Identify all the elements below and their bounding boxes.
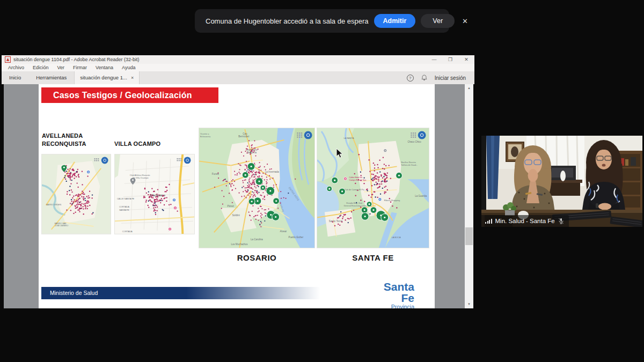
map-watermark-icon [184,157,191,164]
logo-provincia: Provincia [371,304,414,308]
close-button[interactable]: ✕ [458,55,474,64]
logo-santa-fe: Santa Fe [371,281,414,304]
vertical-scrollbar[interactable]: ▲ ▼ [465,84,473,308]
svg-text:Soldini: Soldini [232,214,239,217]
map-watermark-icon [101,157,108,164]
shared-screen: situación dengue 1104.pdf - Adobe Acroba… [0,51,478,308]
scrollbar-thumb[interactable] [465,227,473,245]
label-avellaneda-reconquista: AVELLANEDA RECONQUISTA [42,132,86,148]
svg-text:Basílica Nuestra: Basílica Nuestra [401,161,416,164]
webcam-tile[interactable]: Min. Salud - Santa Fe [481,136,642,227]
map-watermark-icon [418,131,426,139]
svg-text:Pérez: Pérez [228,205,235,208]
menu-edición[interactable]: Edición [28,65,53,70]
svg-text:La Invernada: La Invernada [265,171,279,173]
caption-santa-fe: SANTA FE [317,253,429,262]
zoom-meeting-stage: Comuna de Hugentobler accedió a la sala … [0,0,644,362]
view-button[interactable]: Ver [421,14,455,28]
tab-herramientas[interactable]: Herramientas [28,71,74,84]
svg-text:LA BOCA: LA BOCA [392,236,401,239]
pdf-page: Casos Testigos / Geolocalización AVELLAN… [39,84,435,308]
document-area: Casos Testigos / Geolocalización AVELLAN… [4,84,473,308]
svg-text:Los Muchachos: Los Muchachos [231,243,248,246]
webcam-video [481,136,642,227]
menu-ventana[interactable]: Ventana [91,65,118,70]
map-avellaneda-reconquista: BARRIO VIRGENBARRIO SANJOSÉ OBRERO [41,154,111,234]
bell-icon[interactable] [421,75,427,81]
window-controls: —❐✕ [426,55,474,64]
caption-rosario: ROSARIO [199,253,315,262]
svg-text:Pueblo Esther: Pueblo Esther [288,236,303,239]
svg-text:Santo Tomé: Santo Tomé [329,220,343,223]
svg-text:La Guardia: La Guardia [415,195,427,197]
map-watermark-icon [304,131,312,139]
svg-text:Alvear: Alvear [280,230,287,233]
svg-text:CALLE SANTA FE: CALLE SANTA FE [117,197,135,200]
menu-firmar[interactable]: Firmar [69,65,91,70]
svg-text:Echeverría: Echeverría [200,135,211,138]
svg-text:General Estanislao López: General Estanislao López [344,205,367,207]
map-santa-fe: LA RANITAChaco ChicoBasílica NuestraSeño… [317,128,429,248]
map-rosario: Vicente aEcheverríaCap.BermúdezGranadero… [199,128,315,248]
svg-text:Campo Resort Spa: Campo Resort Spa [349,179,367,181]
acrobat-pdf-icon [5,56,11,63]
svg-text:La Carolina: La Carolina [251,238,263,241]
svg-text:Bermúdez: Bermúdez [238,135,249,138]
map-villa-ocampo: Club Atlético Huracánde Villa OcampoVill… [114,154,195,234]
menu-ver[interactable]: Ver [53,65,69,70]
tab-bar-right: ? Iniciar sesión [407,71,474,84]
map-grid-icon [411,132,416,138]
svg-text:SANTA FE: SANTA FE [119,209,129,211]
sign-in-button[interactable]: Iniciar sesión [435,75,466,81]
svg-text:Club de Campo El Pa...: Club de Campo El Pa... [344,188,366,191]
svg-text:Chaco Chico: Chaco Chico [407,141,421,143]
svg-text:CORTADA: CORTADA [122,230,133,233]
scroll-up-icon[interactable]: ▲ [465,84,473,92]
window-title: situación dengue 1104.pdf - Adobe Acroba… [13,57,140,62]
tab-close-icon[interactable]: × [131,71,134,84]
santa-fe-provincia-logo: Santa Fe Provincia [371,281,414,308]
notification-message: Comuna de Hugentobler accedió a la sala … [206,17,369,25]
participant-name-label: Min. Salud - Santa Fe [481,215,569,227]
menu-ayuda[interactable]: Ayuda [118,65,140,70]
acrobat-title-bar: situación dengue 1104.pdf - Adobe Acroba… [2,55,474,64]
svg-text:de Villa Ocampo: de Villa Ocampo [133,176,149,179]
participant-name: Min. Salud - Santa Fe [495,218,555,224]
signal-strength-icon [485,218,492,224]
notification-close-icon[interactable]: ✕ [462,17,468,25]
scroll-down-icon[interactable]: ▼ [465,300,473,308]
svg-text:Estadio Brig. Gral.: Estadio Brig. Gral. [346,202,362,204]
minimize-button[interactable]: — [426,55,442,64]
muted-mic-icon [558,218,564,224]
svg-text:Ribera Shopping: Ribera Shopping [384,199,400,202]
svg-text:LA RANITA: LA RANITA [344,137,354,139]
menu-bar: ArchivoEdiciónVerFirmarVentanaAyuda [2,64,474,71]
tab-inicio[interactable]: Inicio [2,71,28,84]
tab-strip: InicioHerramientassituación dengue 1...× [2,71,140,84]
restore-button[interactable]: ❐ [442,55,458,64]
waiting-room-notification: Comuna de Hugentobler accedió a la sala … [195,9,449,33]
svg-text:JOSÉ OBRERO: JOSÉ OBRERO [55,224,69,227]
label-villa-ocampo: VILLA OCAMPO [114,140,160,148]
tab-bar: InicioHerramientassituación dengue 1...×… [2,71,474,84]
admit-button[interactable]: Admitir [374,14,416,28]
svg-text:BARRIO VIRGEN: BARRIO VIRGEN [46,204,62,206]
map-grid-icon [297,132,302,138]
footer-ministry-bar: Ministerio de Salud [41,287,320,299]
menu-archivo[interactable]: Archivo [4,65,28,70]
help-icon[interactable]: ? [407,75,414,82]
svg-text:Colón Hotel de: Colón Hotel de [349,176,362,179]
svg-text:CORTADA: CORTADA [119,205,129,208]
tab-document[interactable]: situación dengue 1...× [74,71,140,84]
svg-text:Señora de Guad...: Señora de Guad... [401,164,418,166]
slide-title-banner: Casos Testigos / Geolocalización [41,87,218,103]
